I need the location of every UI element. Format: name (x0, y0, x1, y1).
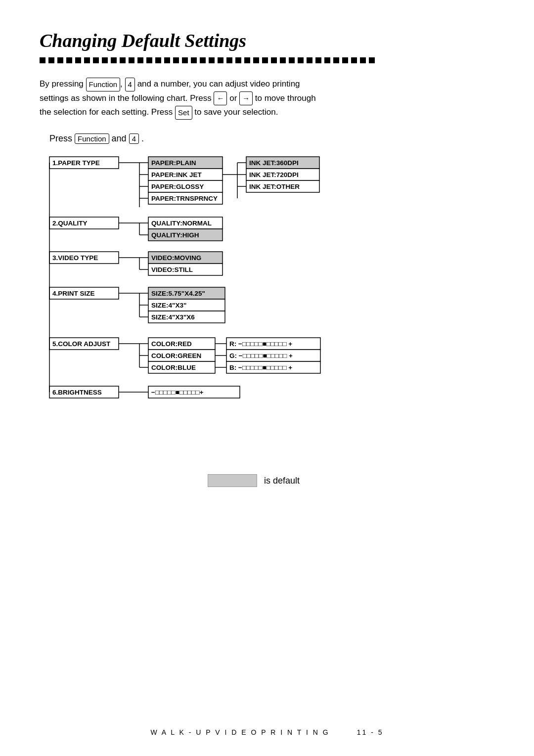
dot (271, 57, 277, 63)
number-key-4: 4 (125, 78, 135, 91)
legend-area: is default (208, 474, 494, 487)
option-color-blue-text: COLOR:BLUE (151, 364, 196, 371)
intro-comma: , (120, 79, 123, 89)
dot (298, 57, 304, 63)
option-color-green-text: COLOR:GREEN (151, 352, 201, 359)
page: Changing Default Settings (0, 0, 534, 756)
intro-paragraph: By pressing Function, 4 and a number, yo… (40, 77, 494, 120)
dot (307, 57, 312, 63)
dot (235, 57, 241, 63)
option-video-moving-text: VIDEO:MOVING (151, 254, 201, 262)
label-quality-text: 2.QUALITY (52, 220, 88, 227)
intro-text-2: and a number, you can adjust video print… (137, 79, 300, 89)
dot (164, 57, 170, 63)
option-inkjet-360-text: INK JET:360DPI (249, 159, 299, 167)
dot (111, 57, 117, 63)
dot (155, 57, 161, 63)
dot (351, 57, 357, 63)
option-inkjet-720-text: INK JET:720DPI (249, 171, 299, 178)
dot (102, 57, 108, 63)
dot (244, 57, 250, 63)
dot (75, 57, 81, 63)
footer-page-number: 11 - 5 (357, 728, 384, 736)
option-color-red-text: COLOR:RED (151, 340, 192, 348)
label-video-type-text: 3.VIDEO TYPE (52, 254, 98, 262)
function-key-2: Function (75, 133, 109, 144)
dot (360, 57, 366, 63)
dot (66, 57, 72, 63)
label-paper-type-text: 1.PAPER TYPE (52, 159, 100, 167)
option-quality-high-text: QUALITY:HIGH (151, 231, 199, 239)
intro-text-6: to save your selection. (194, 107, 278, 117)
option-paper-inkjet-text: PAPER:INK JET (151, 171, 202, 178)
page-title: Changing Default Settings (40, 30, 494, 51)
intro-text-3: settings as shown in the following chart… (40, 93, 212, 103)
dot (120, 57, 126, 63)
option-color-blue-slider-text: B: −□□□□□■□□□□□ + (229, 364, 292, 371)
press-and: and (112, 133, 129, 143)
dot (129, 57, 134, 63)
dot (200, 57, 206, 63)
dot (253, 57, 259, 63)
dot (137, 57, 143, 63)
dot (289, 57, 295, 63)
legend-text: is default (264, 476, 300, 486)
option-video-still-text: VIDEO:STILL (151, 266, 193, 273)
option-paper-plain-text: PAPER:PLAIN (151, 159, 196, 167)
intro-or: or (229, 93, 237, 103)
option-color-green-slider-text: G: −□□□□□■□□□□□ + (229, 352, 293, 359)
dot (324, 57, 330, 63)
arrow-left-key: ← (214, 91, 227, 105)
number-key-4b: 4 (129, 133, 139, 144)
option-color-red-slider-text: R: −□□□□□■□□□□□ + (229, 340, 292, 348)
dot (182, 57, 188, 63)
dot (146, 57, 152, 63)
option-brightness-slider-text: −□□□□□■□□□□□+ (151, 389, 204, 396)
dot (191, 57, 197, 63)
dot (84, 57, 90, 63)
chart-svg: .box-text { font-family: Arial, sans-ser… (44, 153, 499, 459)
dot (315, 57, 321, 63)
option-paper-glossy-text: PAPER:GLOSSY (151, 183, 204, 190)
dot (226, 57, 232, 63)
option-paper-trnsprncy-text: PAPER:TRNSPRNCY (151, 195, 218, 202)
title-underline (40, 56, 494, 63)
option-size-large-text: SIZE:5.75"X4.25" (151, 290, 205, 297)
option-size-medium-text: SIZE:4"X3" (151, 302, 186, 309)
dot (262, 57, 268, 63)
function-key-1: Function (86, 78, 121, 91)
label-brightness-text: 6.BRIGHTNESS (52, 389, 102, 396)
label-color-adjust-text: 5.COLOR ADJUST (52, 340, 111, 348)
set-key: Set (175, 106, 192, 120)
dot (342, 57, 348, 63)
arrow-right-key: → (239, 91, 253, 105)
dot (93, 57, 99, 63)
option-size-small-text: SIZE:4"X3"X6 (151, 313, 195, 321)
dot (173, 57, 179, 63)
option-inkjet-other-text: INK JET:OTHER (249, 183, 300, 190)
dot (48, 57, 54, 63)
footer: W A L K - U P V I D E O P R I N T I N G … (0, 728, 534, 736)
intro-text-4: to move through (255, 93, 316, 103)
intro-text-1: By pressing (40, 79, 84, 89)
dot (57, 57, 63, 63)
settings-chart: .box-text { font-family: Arial, sans-ser… (44, 153, 494, 459)
label-print-size-text: 4.PRINT SIZE (52, 290, 95, 297)
dot (369, 57, 375, 63)
press-text: Press (49, 133, 72, 143)
option-quality-normal-text: QUALITY:NORMAL (151, 220, 212, 227)
footer-walk-up-text: W A L K - U P V I D E O P R I N T I N G (150, 728, 329, 736)
dot (209, 57, 215, 63)
intro-text-5: the selection for each setting. Press (40, 107, 173, 117)
press-line: Press Function and 4 . (49, 133, 494, 144)
dot (218, 57, 223, 63)
dot (333, 57, 339, 63)
dot (280, 57, 286, 63)
legend-default-box (208, 474, 257, 487)
dot (40, 57, 45, 63)
